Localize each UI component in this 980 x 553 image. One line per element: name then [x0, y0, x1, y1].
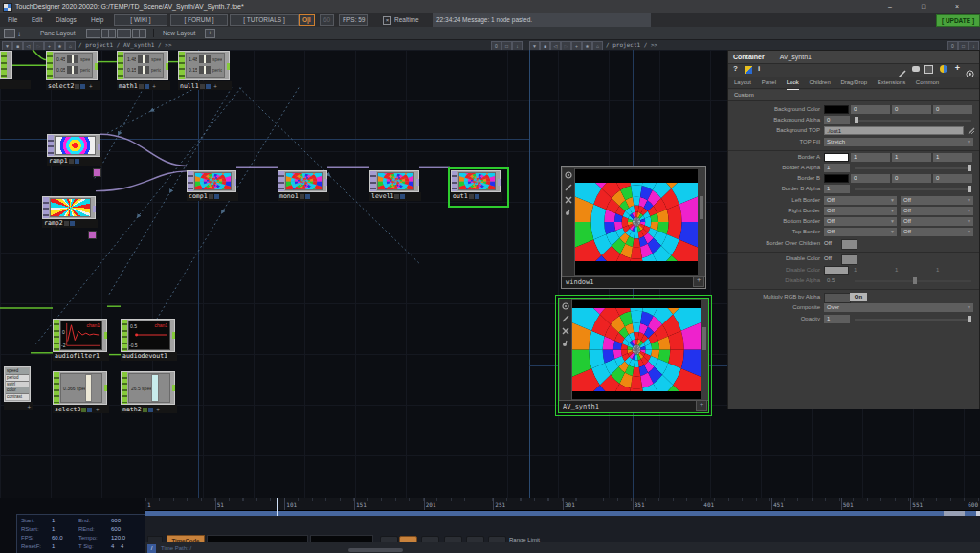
top-border-dropdown-2[interactable]: Off▼	[901, 228, 973, 236]
toggle[interactable]	[841, 254, 858, 265]
chop-output-connector[interactable]	[166, 63, 168, 70]
value-field[interactable]: 1	[824, 164, 850, 172]
node-level1-label[interactable]: level1	[369, 192, 421, 201]
chop-input-connectors[interactable]	[54, 320, 59, 351]
node-audiofilter1[interactable]: 0 -2 chan1	[53, 319, 107, 352]
clipped-node[interactable]	[0, 51, 12, 79]
top-output-connector[interactable]	[93, 206, 96, 212]
node-comp1[interactable]	[187, 170, 236, 192]
node-select3-label[interactable]: select3 +	[53, 405, 109, 413]
eyedropper-icon[interactable]	[560, 312, 571, 324]
node-null1[interactable]: 1.48speed 0.15period	[178, 51, 230, 80]
value-field[interactable]: 0	[933, 105, 972, 114]
left-border-dropdown-1[interactable]: Off▼	[824, 196, 897, 205]
menu-help[interactable]: Help	[91, 13, 103, 27]
minimize-button[interactable]: –	[880, 0, 900, 13]
chop-output-connector[interactable]	[104, 385, 107, 391]
oi-toggle[interactable]: O|I	[299, 14, 315, 26]
timeline-ruler[interactable]: 151101151201251301351401451501551600	[145, 498, 980, 511]
chop-input-connectors[interactable]	[54, 372, 59, 404]
chop-output-connector[interactable]	[172, 332, 175, 339]
value-field[interactable]: 1	[851, 153, 890, 162]
op-picker-icon[interactable]	[968, 127, 975, 136]
copy-icon[interactable]	[924, 65, 933, 74]
top-input-connectors[interactable]	[278, 171, 284, 191]
value-field[interactable]: 0.5	[824, 276, 850, 285]
fps-cap[interactable]: 60	[320, 14, 334, 26]
pane-preset-hsplit[interactable]	[117, 29, 131, 38]
toggle[interactable]	[841, 239, 858, 250]
section-custom[interactable]: Custom	[728, 90, 979, 101]
channel-row[interactable]: speed	[6, 368, 29, 375]
tab-extensions[interactable]: Extensions	[878, 77, 905, 88]
preview-scrollbar[interactable]	[700, 196, 703, 219]
node-null1-label[interactable]: null1 +	[178, 81, 232, 90]
wiki-link[interactable]: [ WIKI ]	[114, 14, 167, 26]
new-layout-label[interactable]: New Layout	[163, 27, 195, 39]
top-input-connectors[interactable]	[48, 135, 54, 156]
node-comp1-label[interactable]: comp1	[187, 192, 238, 201]
viewer-flag[interactable]	[88, 231, 97, 239]
node-ramp2-label[interactable]: ramp2	[42, 219, 98, 228]
value-field[interactable]: 1	[933, 153, 972, 162]
node-out1[interactable]	[451, 170, 501, 192]
save-layout-icon[interactable]: ↓	[17, 28, 21, 40]
node-mono1[interactable]	[278, 170, 327, 192]
node-level1[interactable]	[369, 170, 419, 192]
node-audiofilter1-label[interactable]: audiofilter1	[53, 352, 109, 361]
node-math1-label[interactable]: math1 +	[117, 81, 170, 90]
menu-dialogs[interactable]: Dialogs	[56, 13, 77, 27]
language-icon[interactable]	[745, 66, 752, 74]
node-math1[interactable]: 1.48speed 0.15period	[117, 51, 168, 80]
channel-row[interactable]: swirl	[6, 382, 29, 388]
top-input-connectors[interactable]	[452, 171, 457, 191]
node-ramp2[interactable]	[42, 196, 96, 219]
forum-link[interactable]: [ FORUM ]	[170, 14, 228, 26]
value-field[interactable]: 1	[824, 185, 850, 193]
horizontal-scrollbar[interactable]	[348, 548, 403, 552]
add-icon[interactable]: +	[693, 276, 704, 287]
right-border-dropdown-2[interactable]: Off▼	[901, 207, 973, 215]
chop-output-connector[interactable]	[172, 385, 175, 391]
chop-output-connector[interactable]	[104, 332, 107, 339]
chop-input-connectors[interactable]	[122, 320, 127, 351]
info-icon[interactable]: i	[758, 64, 760, 73]
tab-layout[interactable]: Layout	[734, 77, 751, 88]
slider[interactable]	[855, 188, 971, 190]
chop-input-connectors[interactable]	[1, 52, 7, 78]
gear-icon[interactable]	[560, 299, 571, 312]
bottom-border-dropdown-1[interactable]: Off▼	[824, 217, 897, 226]
value-field[interactable]: 0	[892, 174, 931, 183]
value-field[interactable]: 0	[851, 174, 890, 183]
value-field[interactable]: 0	[851, 105, 890, 114]
gear-icon[interactable]	[563, 168, 574, 181]
realtime-checkbox[interactable]: ×	[383, 16, 391, 25]
viewer-flag[interactable]	[93, 168, 101, 177]
top-path-field[interactable]: ./out1	[824, 126, 964, 135]
color-swatch[interactable]	[824, 153, 849, 162]
top-fill-dropdown[interactable]: Stretch▼	[824, 138, 973, 146]
top-output-connector[interactable]	[324, 179, 327, 186]
node-audiodevout1-label[interactable]: audiodevout1	[121, 352, 177, 361]
node-select3[interactable]: 0.366 speed	[53, 371, 107, 405]
menu-edit[interactable]: Edit	[32, 13, 42, 27]
left-pane-path[interactable]: / project1 / AV_synth1 / >>	[78, 40, 172, 50]
bottom-border-dropdown-2[interactable]: Off▼	[901, 217, 973, 226]
chop-input-connectors[interactable]	[122, 372, 127, 404]
realtime-label[interactable]: Realtime	[394, 13, 419, 27]
eyedropper-icon[interactable]	[563, 181, 574, 193]
toggle-on[interactable]: On	[850, 293, 867, 301]
time-path-icon[interactable]: /	[147, 544, 156, 553]
maximize-button[interactable]: □	[914, 0, 933, 13]
value-field[interactable]: 0	[933, 174, 972, 183]
left-border-dropdown-2[interactable]: Off▼	[901, 196, 973, 205]
node-channel-list-label[interactable]: +	[4, 402, 33, 410]
pane-preset-single[interactable]	[86, 29, 100, 38]
pane-preset-vsplit[interactable]	[101, 29, 116, 38]
chop-input-connectors[interactable]	[118, 52, 123, 79]
bookmark-icon[interactable]	[4, 29, 15, 38]
node-math2[interactable]: 26.5 speed	[121, 371, 175, 405]
chop-input-connectors[interactable]	[47, 52, 53, 79]
close-button[interactable]: ×	[947, 0, 967, 13]
node-select2[interactable]: 0.45speed 0.05period	[46, 51, 98, 80]
